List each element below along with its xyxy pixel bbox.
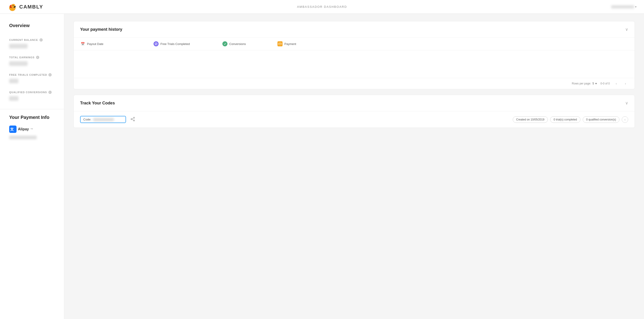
logo: CAMBLY xyxy=(7,2,43,12)
svg-line-14 xyxy=(132,118,134,119)
code-badges: Created on 10/05/2019 0 trial(s) complet… xyxy=(513,116,628,123)
user-menu[interactable]: ▾ xyxy=(611,5,637,8)
info-icon-trials[interactable]: i xyxy=(48,73,52,76)
stat-value-conversions xyxy=(9,96,18,101)
stat-conversions: QUALIFIED CONVERSIONS i xyxy=(0,88,64,104)
stat-label-free-trials: FREE TRIALS COMPLETED i xyxy=(9,73,55,76)
rows-per-page[interactable]: Rows per page: 5 ▾ xyxy=(572,82,597,85)
main-layout: Overview CURRENT BALANCE i TOTAL EARNING… xyxy=(0,14,644,319)
logo-icon xyxy=(7,2,18,12)
alipay-logo: 支 Alipay ™ xyxy=(9,126,33,133)
overview-title: Overview xyxy=(0,23,64,36)
svg-point-4 xyxy=(12,5,14,6)
payment-icon xyxy=(278,41,282,46)
username-display xyxy=(611,5,634,8)
stat-current-balance: CURRENT BALANCE i xyxy=(0,36,64,51)
alipay-account-value xyxy=(9,136,37,139)
code-row: Code: Created on 10/05/2019 0 tri xyxy=(74,111,634,128)
svg-point-12 xyxy=(131,118,132,120)
payment-history-card: Your payment history ∨ 📅 Payout Date xyxy=(74,21,635,89)
code-value xyxy=(93,118,114,121)
payment-history-table-header: 📅 Payout Date Free Trials Completed xyxy=(74,38,634,50)
rows-per-page-value: 5 xyxy=(592,82,594,85)
alipay-tilde: ™ xyxy=(30,128,33,131)
share-icon[interactable] xyxy=(130,117,135,122)
info-icon-balance[interactable]: i xyxy=(40,38,43,42)
track-codes-header: Track Your Codes ∨ xyxy=(74,95,634,111)
stat-label-conversions: QUALIFIED CONVERSIONS i xyxy=(9,91,55,94)
stat-value-free-trials xyxy=(9,79,18,83)
pagination-info: 0-0 of 0 xyxy=(600,82,610,85)
stat-label-current-balance: CURRENT BALANCE i xyxy=(9,38,55,42)
track-codes-card: Track Your Codes ∨ Code: xyxy=(74,95,635,128)
user-dropdown-icon: ▾ xyxy=(635,5,637,8)
svg-rect-9 xyxy=(278,43,282,45)
svg-point-11 xyxy=(134,117,135,118)
code-prev-button[interactable]: ‹ xyxy=(622,116,628,123)
stat-value-current-balance xyxy=(9,44,28,48)
track-codes-title: Track Your Codes xyxy=(80,101,115,106)
pagination-next-button[interactable]: › xyxy=(623,81,628,86)
stat-label-total-earnings: TOTAL EARNINGS i xyxy=(9,56,55,59)
logo-text: CAMBLY xyxy=(19,4,43,10)
col-payment: Payment xyxy=(278,41,628,46)
stat-total-earnings: TOTAL EARNINGS i xyxy=(0,53,64,68)
info-icon-conversions[interactable]: i xyxy=(48,91,52,94)
app-header: CAMBLY AMBASSADOR DASHBOARD ▾ xyxy=(0,0,644,14)
stat-free-trials: FREE TRIALS COMPLETED i xyxy=(0,70,64,86)
conversions-icon xyxy=(222,41,228,46)
main-content: Your payment history ∨ 📅 Payout Date xyxy=(64,14,644,319)
pagination-prev-button[interactable]: ‹ xyxy=(614,81,619,86)
sidebar: Overview CURRENT BALANCE i TOTAL EARNING… xyxy=(0,14,64,319)
code-label: Code: xyxy=(83,118,91,121)
payment-info-title: Your Payment Info xyxy=(0,115,64,126)
sidebar-divider xyxy=(0,109,64,109)
trials-badge: 0 trial(s) completed xyxy=(550,116,580,123)
alipay-section: 支 Alipay ™ xyxy=(0,126,64,133)
rows-dropdown-icon: ▾ xyxy=(595,82,597,85)
svg-line-15 xyxy=(132,119,134,120)
payment-history-collapse-icon[interactable]: ∨ xyxy=(625,27,628,32)
header-title: AMBASSADOR DASHBOARD xyxy=(297,5,347,8)
track-codes-collapse-icon[interactable]: ∨ xyxy=(625,100,628,106)
trials-icon xyxy=(154,41,158,46)
svg-text:支: 支 xyxy=(10,127,14,131)
payment-history-title: Your payment history xyxy=(80,27,122,32)
alipay-text: Alipay xyxy=(18,127,29,131)
rows-per-page-label: Rows per page: xyxy=(572,82,591,85)
pagination-bar: Rows per page: 5 ▾ 0-0 of 0 ‹ › xyxy=(74,78,634,89)
stat-value-total-earnings xyxy=(9,61,28,66)
created-badge: Created on 10/05/2019 xyxy=(513,116,548,123)
calendar-icon: 📅 xyxy=(80,41,85,46)
alipay-icon: 支 xyxy=(9,126,16,133)
col-conversions: Conversions xyxy=(222,41,278,46)
code-field: Code: xyxy=(80,116,126,123)
conversions-badge: 0 qualified conversion(s) xyxy=(583,116,620,123)
col-payout-date: 📅 Payout Date xyxy=(80,41,154,46)
payment-history-table-body xyxy=(74,50,634,78)
info-icon-earnings[interactable]: i xyxy=(36,56,39,59)
svg-point-13 xyxy=(134,120,135,121)
col-free-trials: Free Trials Completed xyxy=(154,41,222,46)
payment-history-header: Your payment history ∨ xyxy=(74,21,634,38)
